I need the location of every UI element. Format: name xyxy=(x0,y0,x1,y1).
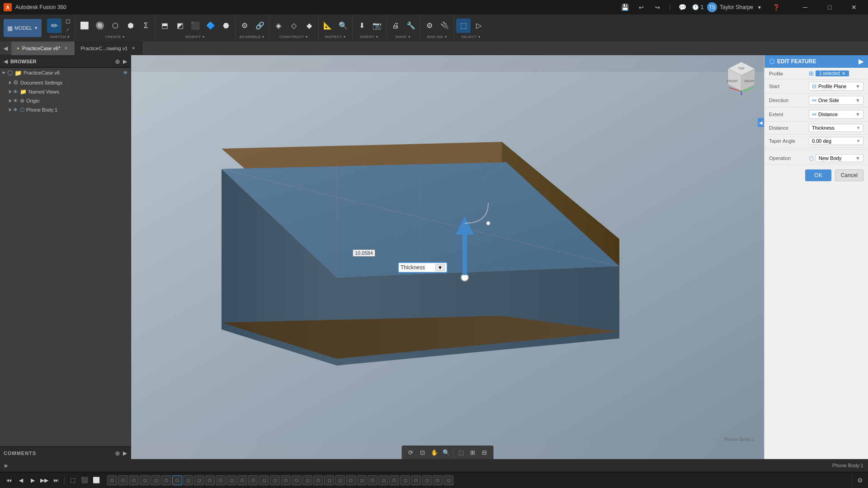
tl-item-20[interactable]: ⬡ xyxy=(313,475,323,485)
tree-root[interactable]: ⬡ 📁 PracticeCase v6 👁 xyxy=(0,68,131,78)
look-btn[interactable]: ⊡ xyxy=(417,447,428,458)
tl-item-2[interactable]: ⬡ xyxy=(118,475,128,485)
tl-play-btn[interactable]: ▶ xyxy=(27,475,38,486)
distance-input[interactable]: Thickness ▼ xyxy=(809,124,863,132)
tl-prev-btn[interactable]: ◀ xyxy=(15,475,26,486)
construct-btn-3[interactable]: ◆ xyxy=(302,19,316,33)
assemble-btn-2[interactable]: 🔗 xyxy=(253,19,267,33)
create-btn-1[interactable]: ⬜ xyxy=(77,19,92,33)
clock-btn[interactable]: 🕐 1 xyxy=(692,0,704,14)
tl-item-26[interactable]: ◻ xyxy=(378,475,388,485)
tl-first-btn[interactable]: ⏮ xyxy=(4,475,14,486)
model-mode-btn[interactable]: ▦ MODEL ▼ xyxy=(4,19,42,37)
tl-item-17[interactable]: ⬡ xyxy=(281,475,291,485)
tab-2[interactable]: PracticeC...rawing v1 ✕ xyxy=(75,42,142,55)
orbit-btn[interactable]: ⟳ xyxy=(406,447,416,458)
tl-view-mode-3[interactable]: ⬜ xyxy=(91,475,102,486)
comments-expand-btn[interactable]: ▶ xyxy=(123,450,127,456)
user-menu-btn[interactable]: ▼ xyxy=(756,0,763,14)
sketch-tool-1[interactable]: ◻ xyxy=(62,16,73,25)
tl-item-24[interactable]: ◻ xyxy=(357,475,367,485)
cancel-button[interactable]: Cancel xyxy=(835,169,863,181)
back-arrow[interactable]: ◀ xyxy=(4,58,8,65)
modify-btn-1[interactable]: ⬒ xyxy=(157,19,172,33)
save-btn[interactable]: 💾 xyxy=(619,0,632,14)
tl-item-19[interactable]: ◻ xyxy=(302,475,312,485)
undo-btn[interactable]: ↩ xyxy=(635,0,648,14)
thickness-unit-btn[interactable]: ▼ xyxy=(435,264,445,271)
help-btn[interactable]: ❓ xyxy=(766,0,787,14)
thickness-popup[interactable]: ▼ xyxy=(398,262,448,273)
tl-item-16[interactable]: ◻ xyxy=(270,475,280,485)
redo-btn[interactable]: ↪ xyxy=(651,0,664,14)
modify-btn-3[interactable]: ⬛ xyxy=(188,19,203,33)
tl-item-32[interactable]: ◻ xyxy=(443,475,453,485)
browser-expand-btn[interactable]: ⊕ xyxy=(115,58,120,65)
edit-panel-collapse[interactable]: ▶ xyxy=(859,58,863,65)
addins-btn-2[interactable]: 🔌 xyxy=(438,19,452,33)
tl-item-18[interactable]: ⬡ xyxy=(292,475,302,485)
zoom-btn[interactable]: 🔍 xyxy=(441,447,452,458)
tl-item-1[interactable]: ⬡ xyxy=(107,475,117,485)
view-options-btn[interactable]: ⊟ xyxy=(479,447,490,458)
tl-item-31[interactable]: ⬡ xyxy=(433,475,443,485)
start-dropdown[interactable]: ⊟ Profile Plane ▼ xyxy=(809,82,863,91)
make-btn-2[interactable]: 🔧 xyxy=(404,19,418,33)
tl-view-mode-2[interactable]: ⬛ xyxy=(79,475,90,486)
panel-collapse-btn[interactable]: ◀ xyxy=(758,118,764,127)
tree-doc-settings[interactable]: ⚙ Document Settings xyxy=(0,78,131,87)
tl-item-11[interactable]: ⬡ xyxy=(216,475,226,485)
tl-item-29[interactable]: ⬡ xyxy=(411,475,421,485)
tl-item-5[interactable]: ◻ xyxy=(151,475,160,485)
extent-dropdown[interactable]: ⇔ Distance ▼ xyxy=(809,110,863,119)
make-btn-1[interactable]: 🖨 xyxy=(388,19,403,33)
tab-1[interactable]: ● PracticeCase v6* ✕ xyxy=(11,42,75,55)
construct-btn-1[interactable]: ◈ xyxy=(271,19,286,33)
timeline-settings-btn[interactable]: ⚙ xyxy=(852,472,868,488)
tl-last-btn[interactable]: ⏭ xyxy=(51,475,61,486)
minimize-btn[interactable]: ─ xyxy=(795,0,816,14)
select-btn-1[interactable]: ⬚ xyxy=(456,19,471,33)
tl-item-25[interactable]: ⬡ xyxy=(368,475,377,485)
tl-item-4[interactable]: ◻ xyxy=(140,475,150,485)
tl-item-21[interactable]: ◻ xyxy=(324,475,334,485)
tree-origin[interactable]: 👁 ⊕ Origin xyxy=(0,96,131,105)
create-btn-3[interactable]: ⬡ xyxy=(108,19,123,33)
back-btn[interactable]: ◀ xyxy=(0,45,11,52)
tl-item-3[interactable]: ⬡ xyxy=(129,475,139,485)
tab-1-close[interactable]: ✕ xyxy=(63,45,69,52)
comments-add-btn[interactable]: ⊕ xyxy=(115,450,120,457)
assemble-btn-1[interactable]: ⚙ xyxy=(237,19,252,33)
display-mode-btn[interactable]: ⬚ xyxy=(456,447,467,458)
inspect-btn-1[interactable]: 📐 xyxy=(321,19,335,33)
create-btn-5[interactable]: Σ xyxy=(139,19,153,33)
construct-btn-2[interactable]: ◇ xyxy=(287,19,301,33)
maximize-btn[interactable]: □ xyxy=(819,0,840,14)
tl-view-mode-1[interactable]: ⬚ xyxy=(67,475,78,486)
tl-item-7[interactable]: ⬡ xyxy=(172,475,182,485)
tl-item-23[interactable]: ⬡ xyxy=(346,475,356,485)
tl-item-22[interactable]: ◻ xyxy=(335,475,345,485)
tree-phone-body[interactable]: 👁 ⬡ Phone Body:1 xyxy=(0,105,131,114)
insert-btn-1[interactable]: ⬇ xyxy=(354,19,369,33)
browser-sidebar-collapse[interactable]: ▶ xyxy=(123,58,127,65)
tl-item-6[interactable]: ⬡ xyxy=(161,475,171,485)
pan-btn[interactable]: ✋ xyxy=(429,447,440,458)
insert-btn-2[interactable]: 📷 xyxy=(370,19,384,33)
profile-selected-badge[interactable]: 1 selected ✕ xyxy=(816,70,849,76)
modify-btn-4[interactable]: 🔷 xyxy=(203,19,218,33)
tl-item-12[interactable]: ◻ xyxy=(226,475,236,485)
sketch-btn[interactable]: ✏ xyxy=(47,19,61,33)
profile-clear-icon[interactable]: ✕ xyxy=(842,71,845,76)
thickness-input[interactable] xyxy=(401,264,434,271)
close-btn[interactable]: ✕ xyxy=(844,0,864,14)
tl-item-28[interactable]: ◻ xyxy=(400,475,410,485)
modify-btn-5[interactable]: ⬣ xyxy=(219,19,233,33)
tl-item-8[interactable]: ◻ xyxy=(183,475,193,485)
tl-item-13[interactable]: ⬡ xyxy=(237,475,247,485)
modify-btn-2[interactable]: ◩ xyxy=(173,19,187,33)
tl-item-14[interactable]: ⬡ xyxy=(248,475,258,485)
tl-item-27[interactable]: ⬡ xyxy=(389,475,399,485)
operation-dropdown[interactable]: New Body ▼ xyxy=(816,154,863,162)
create-btn-2[interactable]: 🔘 xyxy=(93,19,107,33)
